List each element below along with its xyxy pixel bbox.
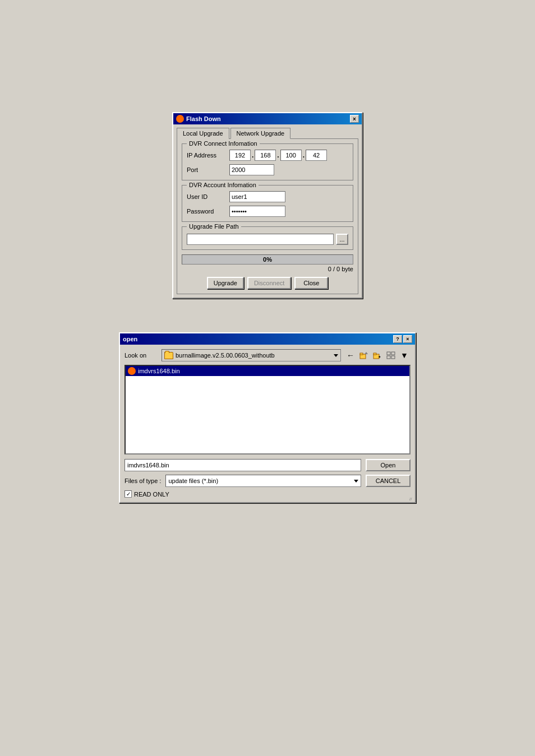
up-folder-button[interactable] <box>358 349 370 361</box>
upgrade-file-group: Upgrade File Path ... <box>182 226 353 250</box>
readonly-checkbox[interactable]: ✓ <box>124 490 132 498</box>
ip-dot-1: . <box>252 151 253 159</box>
svg-rect-4 <box>373 353 376 355</box>
upgrade-button[interactable]: Upgrade <box>207 277 244 289</box>
question-button[interactable]: ? <box>393 335 402 343</box>
close-button[interactable]: Close <box>294 277 328 289</box>
flash-dialog-body: Local Upgrade Network Upgrade DVR Connec… <box>173 124 362 298</box>
file-item[interactable]: imdvrs1648.bin <box>126 366 409 376</box>
open-close-button[interactable]: × <box>403 335 412 343</box>
svg-rect-1 <box>360 353 363 355</box>
disconnect-button[interactable]: Disconnect <box>247 277 291 289</box>
upgrade-file-legend: Upgrade File Path <box>187 223 241 230</box>
filename-input[interactable] <box>124 459 361 471</box>
tab-network-upgrade[interactable]: Network Upgrade <box>230 128 291 139</box>
port-input[interactable] <box>229 164 274 175</box>
flash-button-row: Upgrade Disconnect Close <box>182 277 353 289</box>
tab-local-upgrade[interactable]: Local Upgrade <box>177 128 229 139</box>
network-upgrade-content: DVR Connect Infomation IP Address . . . … <box>177 138 358 294</box>
svg-rect-8 <box>387 356 390 359</box>
file-item-icon <box>128 367 136 375</box>
userid-label: User ID <box>187 193 226 200</box>
open-titlebar: open ? × <box>120 333 415 345</box>
ip-part-3[interactable] <box>280 150 302 161</box>
flash-close-button[interactable]: × <box>350 115 359 123</box>
open-btn-container: Open <box>366 459 411 471</box>
dvr-connect-legend: DVR Connect Infomation <box>187 140 260 147</box>
flash-tab-bar: Local Upgrade Network Upgrade <box>177 128 358 139</box>
dvr-account-group: DVR Account Infomation User ID Password <box>182 185 353 222</box>
ip-container: . . . <box>229 150 327 161</box>
flash-down-dialog: Flash Down × Local Upgrade Network Upgra… <box>172 112 363 299</box>
progress-percent: 0% <box>263 256 272 263</box>
dvr-connect-group: DVR Connect Infomation IP Address . . . … <box>182 143 353 180</box>
svg-rect-7 <box>391 352 395 355</box>
open-dialog-title: open <box>123 336 137 342</box>
flash-title-icon <box>176 115 184 123</box>
file-path-row: ... <box>187 234 348 245</box>
password-input[interactable] <box>229 206 285 217</box>
ip-part-1[interactable] <box>229 150 251 161</box>
open-titlebar-left: open <box>123 336 137 342</box>
svg-rect-9 <box>391 356 395 359</box>
folder-icon <box>164 352 173 359</box>
readonly-row: ✓ READ ONLY <box>124 490 411 498</box>
open-dialog-body: Look on burnallimage.v2.5.00.0603_withou… <box>120 345 415 502</box>
userid-input[interactable] <box>229 191 285 202</box>
svg-marker-2 <box>365 352 368 354</box>
open-dialog: open ? × Look on burnallimage.v2.5.00.06… <box>119 332 416 503</box>
browse-button[interactable]: ... <box>336 234 348 245</box>
flash-dialog-titlebar: Flash Down × <box>173 113 362 124</box>
filetype-section: Files of type : update files (*.bin) CAN… <box>124 475 411 487</box>
lookin-row: Look on burnallimage.v2.5.00.0603_withou… <box>124 349 411 361</box>
progress-bar: 0% <box>182 254 353 265</box>
password-row: Password <box>187 206 348 217</box>
ip-label: IP Address <box>187 152 226 159</box>
dvr-account-legend: DVR Account Infomation <box>187 182 259 188</box>
open-titlebar-right: ? × <box>393 335 412 343</box>
file-list: imdvrs1648.bin <box>124 365 411 454</box>
dropdown-arrow-icon <box>334 354 338 357</box>
password-label: Password <box>187 208 226 215</box>
lookin-value: burnallimage.v2.5.00.0603_withoutb <box>176 352 275 359</box>
file-path-input[interactable] <box>187 234 334 245</box>
file-item-name: imdvrs1648.bin <box>138 368 180 374</box>
cancel-button[interactable]: CANCEL <box>366 475 411 487</box>
back-button[interactable]: ← <box>344 349 357 361</box>
userid-row: User ID <box>187 191 348 202</box>
ip-dot-2: . <box>277 151 279 159</box>
filetype-dropdown[interactable]: update files (*.bin) <box>165 475 361 487</box>
filetype-arrow-icon <box>354 480 358 483</box>
lookin-label: Look on <box>124 352 158 359</box>
port-row: Port <box>187 164 348 175</box>
open-button[interactable]: Open <box>366 459 411 471</box>
view-menu-button[interactable] <box>385 349 397 361</box>
lookin-dropdown[interactable]: burnallimage.v2.5.00.0603_withoutb <box>162 349 341 361</box>
new-folder-button[interactable]: * <box>371 349 384 361</box>
view-dropdown-button[interactable]: ▼ <box>398 349 411 361</box>
filetype-label: Files of type : <box>124 477 161 484</box>
readonly-label: READ ONLY <box>134 491 169 498</box>
ip-row: IP Address . . . <box>187 150 348 161</box>
titlebar-left: Flash Down <box>176 115 221 123</box>
resize-corner[interactable]: // <box>409 497 415 502</box>
svg-text:*: * <box>379 355 381 360</box>
port-label: Port <box>187 166 226 173</box>
ip-part-4[interactable] <box>306 150 327 161</box>
ip-dot-3: . <box>303 151 305 159</box>
filetype-value: update files (*.bin) <box>168 477 218 484</box>
byte-count: 0 / 0 byte <box>182 266 353 272</box>
svg-rect-6 <box>387 352 390 355</box>
flash-dialog-title: Flash Down <box>186 115 221 122</box>
ip-part-2[interactable] <box>255 150 276 161</box>
toolbar-icons: ← * <box>344 349 411 361</box>
filename-section: Open <box>124 459 411 471</box>
